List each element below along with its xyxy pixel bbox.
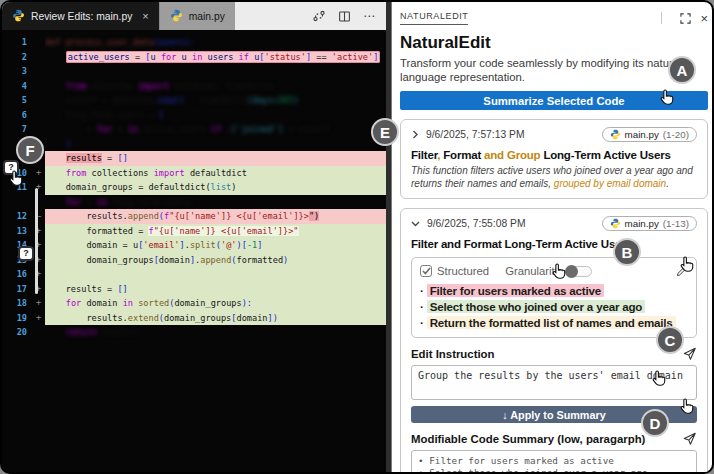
code-line[interactable]: 15+ domain_groups[domain].append(formatt…	[2, 253, 386, 268]
code-line[interactable]: 9– results = []	[2, 151, 386, 166]
summary-title: Filter and Format Long-Term Active Users	[411, 237, 697, 251]
line-number: 16	[2, 267, 32, 282]
badge-range: (1-20)	[663, 129, 689, 140]
hand-cursor-icon	[658, 88, 677, 111]
file-range-badge[interactable]: main.py (1-13)	[602, 216, 697, 231]
close-tab-icon[interactable]: ×	[142, 10, 148, 22]
line-number: 13	[2, 224, 32, 239]
structured-checkbox[interactable]	[420, 265, 432, 277]
code-text: formatted = f"{u['name']} <{u['email']}>…	[45, 224, 386, 239]
send-summary-icon[interactable]	[683, 432, 697, 446]
modifiable-summary-box[interactable]: • Filter for users marked as active • Se…	[411, 450, 697, 474]
annotation-a: A	[668, 56, 696, 84]
diff-marker: +	[32, 267, 45, 282]
code-line[interactable]: 7 u for u in active_users if u['joined']…	[2, 122, 386, 137]
line-number: 5	[2, 93, 32, 108]
tab-label: main.py	[189, 11, 225, 22]
diff-block-indicator	[35, 188, 38, 294]
code-line[interactable]: 5 cutoff = datetime.now() - timedelta(da…	[2, 93, 386, 108]
summary-bullet[interactable]: ·Select those who joined over a year ago	[420, 300, 688, 314]
diff-marker: +	[32, 180, 45, 195]
summary-bullet[interactable]: ·Filter for users marked as active	[420, 284, 688, 298]
editor-tab-bar: Review Edits: main.py × main.py ⋯	[2, 2, 386, 30]
line-number: 17	[2, 282, 32, 297]
close-icon[interactable]: ×	[700, 11, 708, 26]
question-cursor-icon[interactable]: ?	[18, 246, 34, 261]
code-line[interactable]: 17+ results = []	[2, 282, 386, 297]
code-text: def process_user_data(users):	[45, 35, 386, 50]
code-line[interactable]: 18+ for domain in sorted(domain_groups):	[2, 296, 386, 311]
code-line[interactable]: 3	[2, 64, 386, 79]
hand-cursor-icon	[650, 369, 669, 392]
code-text: active_users = [u for u in users if u['s…	[45, 50, 386, 65]
selected-code-highlight: active_users = [u for u in users if u['s…	[66, 51, 381, 63]
code-line[interactable]: for u in long_term_users:	[2, 195, 386, 210]
granularity-toggle[interactable]	[566, 266, 592, 277]
code-text	[45, 267, 386, 282]
diff-marker	[32, 108, 45, 123]
card-timestamp: 9/6/2025, 7:55:08 PM	[427, 218, 525, 229]
code-line[interactable]: 13+ formatted = f"{u['name']} <{u['email…	[2, 224, 386, 239]
python-icon	[170, 9, 183, 24]
hand-cursor-icon	[678, 255, 697, 278]
line-number: 19	[2, 311, 32, 326]
editor-pane: Review Edits: main.py × main.py ⋯ 1def p…	[2, 2, 386, 474]
tab-main-py[interactable]: main.py	[159, 2, 235, 30]
line-number: 1	[2, 35, 32, 50]
code-text: results = []	[45, 151, 386, 166]
code-text: u for u in active_users if u['joined'] <…	[45, 122, 386, 137]
code-text: domain = u['email'].split('@')[-1]	[45, 238, 386, 253]
code-line[interactable]: 14+ domain = u['email'].split('@')[-1]	[2, 238, 386, 253]
code-line[interactable]: 4 from datetime import datetime, timedel…	[2, 79, 386, 94]
hand-cursor-icon	[7, 169, 26, 192]
python-icon	[610, 218, 621, 229]
line-number: 4	[2, 79, 32, 94]
python-icon	[12, 9, 25, 24]
code-line[interactable]: 11+ domain_groups = defaultdict(list)	[2, 180, 386, 195]
code-text: domain_groups[domain].append(formatted)	[45, 253, 386, 268]
code-line[interactable]: 20 return results	[2, 325, 386, 340]
open-changes-icon[interactable]	[312, 9, 326, 23]
code-line[interactable]: 6 long_term_users = [	[2, 108, 386, 123]
diff-editor[interactable]: 1def process_user_data(users):2 active_u…	[2, 30, 386, 474]
tab-bar-actions: ⋯	[312, 2, 386, 30]
split-editor-icon[interactable]	[338, 10, 351, 23]
chevron-down-icon[interactable]	[411, 220, 420, 228]
code-line[interactable]: 19+ results.extend(domain_groups[domain]…	[2, 311, 386, 326]
python-icon	[610, 129, 621, 140]
summary-description: This function filters active users who j…	[411, 165, 697, 190]
code-line[interactable]: 8 ]	[2, 137, 386, 152]
tab-review-edits[interactable]: Review Edits: main.py ×	[2, 2, 159, 30]
file-range-badge[interactable]: main.py (1-20)	[602, 127, 697, 142]
restore-icon[interactable]	[680, 13, 691, 24]
diff-marker: +	[32, 296, 45, 311]
chevron-right-icon[interactable]	[411, 130, 419, 139]
edit-instruction-label: Edit Instruction	[411, 348, 495, 360]
annotation-b: B	[613, 238, 641, 266]
code-text: return results	[45, 325, 386, 340]
line-number: 20	[2, 325, 32, 340]
divider	[661, 12, 662, 24]
modifiable-summary-label: Modifiable Code Summary (low, paragarph)	[411, 433, 645, 445]
structured-bullet-list[interactable]: ·Filter for users marked as active·Selec…	[420, 284, 688, 330]
code-line[interactable]: 12– results.append(f"{u['name']} <{u['em…	[2, 209, 386, 224]
diff-marker	[32, 79, 45, 94]
annotation-d: D	[641, 409, 669, 437]
structured-label: Structured	[437, 265, 489, 277]
diff-marker: +	[32, 282, 45, 297]
code-line[interactable]: 1def process_user_data(users):	[2, 35, 386, 50]
code-line[interactable]: 10+ from collections import defaultdict	[2, 166, 386, 181]
code-line[interactable]: 2 active_users = [u for u in users if u[…	[2, 50, 386, 65]
line-number: 2	[2, 50, 32, 65]
send-instruction-icon[interactable]	[683, 347, 697, 361]
code-text: domain_groups = defaultdict(list)	[45, 180, 386, 195]
hand-cursor-icon	[550, 262, 569, 285]
annotation-c: C	[656, 326, 684, 354]
summary-title: Filter, Format and Group Long-Term Activ…	[411, 148, 697, 162]
panel-title: NaturalEdit	[400, 33, 708, 53]
more-actions-icon[interactable]: ⋯	[363, 9, 376, 23]
code-text: from datetime import datetime, timedelta	[45, 79, 386, 94]
app-window: Review Edits: main.py × main.py ⋯ 1def p…	[0, 0, 714, 474]
code-line[interactable]: 16+	[2, 267, 386, 282]
summary-bullet[interactable]: ·Return the formatted list of names and …	[420, 316, 688, 330]
